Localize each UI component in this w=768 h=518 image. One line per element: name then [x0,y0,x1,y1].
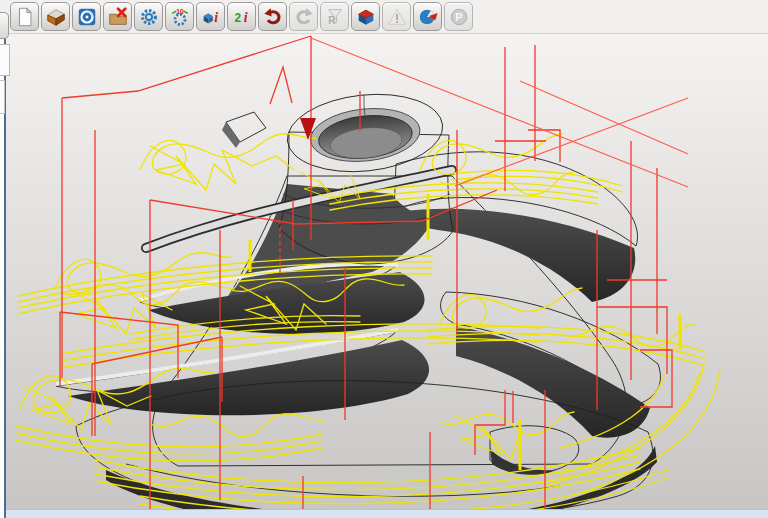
gear-icon [138,6,160,28]
gear-10-icon: 10 [169,6,191,28]
pie-arrow-icon [417,6,439,28]
svg-text:R: R [328,14,336,25]
close-file-button[interactable] [103,2,132,31]
part-info-button[interactable]: i [196,2,225,31]
svg-text:10: 10 [176,7,184,14]
open-folder-icon [45,6,67,28]
recalc-button: R [320,2,349,31]
gear-batch-button[interactable]: 10 [165,2,194,31]
svg-text:2: 2 [234,10,241,24]
park-button: P [444,2,473,31]
disc-icon [76,6,98,28]
stock-block-button[interactable] [351,2,380,31]
svg-text:i: i [243,9,247,24]
undo-button[interactable] [258,2,287,31]
warning-button: ! [382,2,411,31]
main-toolbar: 10i2iR!P [0,0,768,34]
redo-button [289,2,318,31]
folder-close-icon [107,6,129,28]
svg-text:P: P [455,11,462,23]
impeller-scene [0,34,768,510]
svg-text:i: i [214,9,218,24]
impeller-model [56,87,660,510]
document-icon [14,6,36,28]
exclamation-icon: ! [386,6,408,28]
new-file-button[interactable] [10,2,39,31]
stock-box-icon [355,6,377,28]
r-funnel-icon: R [324,6,346,28]
p-circle-icon: P [448,6,470,28]
info-2-icon: 2i [231,6,253,28]
machine-disc-button[interactable] [72,2,101,31]
cutoff-side-button[interactable] [0,12,9,39]
cube-info-icon: i [200,6,222,28]
viewport-bottom-scrollband[interactable] [6,509,768,518]
undo-arrow-icon [262,6,284,28]
svg-text:!: ! [395,11,399,25]
open-file-button[interactable] [41,2,70,31]
statistics-button[interactable] [413,2,442,31]
gear-settings-button[interactable] [134,2,163,31]
secondary-info-button[interactable]: 2i [227,2,256,31]
cutoff-side-panel-2 [0,80,5,114]
3d-viewport[interactable] [0,34,768,518]
cutoff-side-panel [0,44,10,76]
redo-arrow-icon [293,6,315,28]
